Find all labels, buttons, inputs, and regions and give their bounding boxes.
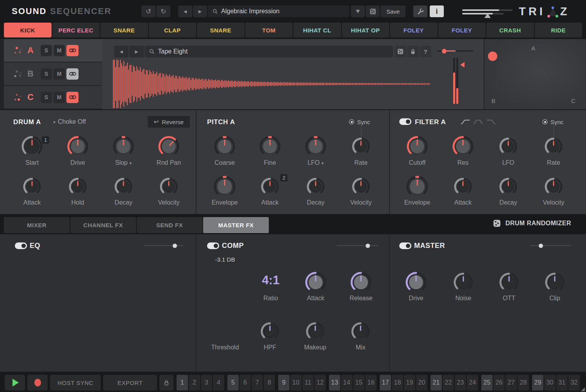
step-7[interactable]: 7 <box>252 375 263 390</box>
pitch-decay-knob[interactable] <box>307 178 325 197</box>
highpass-icon[interactable] <box>460 119 470 125</box>
layer-a-solo-button[interactable]: S <box>41 45 52 56</box>
fx-tab-master-fx[interactable]: MASTER FX <box>203 217 269 233</box>
start-knob[interactable] <box>21 136 43 159</box>
save-button[interactable]: Save <box>381 5 406 17</box>
step-14[interactable]: 14 <box>341 375 352 390</box>
step-28[interactable]: 28 <box>518 375 529 390</box>
step-27[interactable]: 27 <box>506 375 517 390</box>
step-18[interactable]: 18 <box>392 375 403 390</box>
master-noise-knob[interactable] <box>454 273 473 294</box>
step-10[interactable]: 10 <box>290 375 302 390</box>
drum-hold-knob[interactable] <box>69 178 87 197</box>
slop-label[interactable]: Slop ▾ <box>115 159 132 166</box>
tab-crash[interactable]: CRASH <box>486 23 534 37</box>
layer-c-link-button[interactable] <box>66 92 79 103</box>
step-23[interactable]: 23 <box>455 375 466 390</box>
favorite-button[interactable]: ♥ <box>351 5 365 17</box>
sample-search-input[interactable] <box>158 48 388 55</box>
step-13[interactable]: 13 <box>329 375 340 390</box>
choke-dropdown[interactable]: ▾Choke Off <box>53 118 86 125</box>
step-6[interactable]: 6 <box>239 375 251 390</box>
tab-hihat-op[interactable]: HIHAT OP <box>342 23 389 37</box>
output-fader-icon[interactable] <box>462 8 513 18</box>
step-1[interactable]: 1 <box>177 375 188 390</box>
step-4[interactable]: 4 <box>213 375 224 390</box>
pitch-rate-knob[interactable] <box>352 137 370 157</box>
tab-foley[interactable]: FOLEY <box>438 23 486 37</box>
tab-hihat-cl[interactable]: HIHAT CL <box>293 23 341 37</box>
tab-foley[interactable]: FOLEY <box>390 23 438 37</box>
step-16[interactable]: 16 <box>365 375 377 390</box>
record-button[interactable] <box>27 375 48 390</box>
redo-button[interactable]: ↻ <box>156 5 170 17</box>
undo-button[interactable]: ↺ <box>141 5 155 17</box>
tab-snare[interactable]: SNARE <box>197 23 245 37</box>
tab-perc-elec[interactable]: PERC ELEC <box>52 23 100 37</box>
filter-enable-toggle[interactable] <box>399 118 411 125</box>
layer-a-mute-button[interactable]: M <box>54 45 65 56</box>
export-button[interactable]: EXPORT <box>103 375 157 390</box>
coarse-knob[interactable] <box>214 136 235 159</box>
layer-b-mute-button[interactable]: M <box>54 68 65 80</box>
prev-sample-button[interactable]: ◀ <box>114 46 129 57</box>
master-mix-handle[interactable] <box>539 244 543 248</box>
step-20[interactable]: 20 <box>416 375 427 390</box>
step-17[interactable]: 17 <box>380 375 391 390</box>
reverse-button[interactable]: ↩Reverse <box>148 116 190 128</box>
fx-tab-channel-fx[interactable]: CHANNEL FX <box>70 217 136 233</box>
bandpass-icon[interactable] <box>473 119 483 125</box>
filter-sync-radio[interactable] <box>542 119 548 125</box>
drum-decay-knob[interactable] <box>114 178 132 197</box>
tab-kick[interactable]: KICK <box>4 23 52 37</box>
step-32[interactable]: 32 <box>568 375 580 390</box>
tab-snare[interactable]: SNARE <box>100 23 148 37</box>
step-15[interactable]: 15 <box>353 375 364 390</box>
eq-enable-toggle[interactable] <box>15 242 27 249</box>
master-ott-knob[interactable] <box>499 273 519 294</box>
pad-position-handle[interactable] <box>488 52 497 61</box>
master-drive-knob[interactable] <box>406 272 427 294</box>
fine-knob[interactable] <box>259 136 280 159</box>
comp-enable-toggle[interactable] <box>207 242 219 249</box>
step-9[interactable]: 9 <box>278 375 289 390</box>
fx-tab-mixer[interactable]: MIXER <box>4 217 70 233</box>
tab-clap[interactable]: CLAP <box>149 23 197 37</box>
step-8[interactable]: 8 <box>264 375 275 390</box>
layer-c-mute-button[interactable]: M <box>54 92 65 103</box>
preset-search-input[interactable] <box>221 8 345 15</box>
pitch-attack-knob[interactable] <box>261 178 279 197</box>
level-marker-icon[interactable] <box>460 62 465 68</box>
resize-handle[interactable] <box>581 387 585 391</box>
comp-attack-knob[interactable] <box>305 272 326 294</box>
prev-preset-button[interactable]: ◀ <box>178 5 192 17</box>
pattern-lock-button[interactable] <box>159 375 173 390</box>
info-button[interactable]: i <box>430 5 444 17</box>
step-31[interactable]: 31 <box>556 375 568 390</box>
master-clip-knob[interactable] <box>545 273 565 294</box>
tab-tom[interactable]: TOM <box>245 23 293 37</box>
sample-randomize-button[interactable] <box>395 46 406 57</box>
step-24[interactable]: 24 <box>467 375 478 390</box>
settings-button[interactable] <box>413 5 427 17</box>
pitch-lfo-label[interactable]: LFO ▾ <box>307 159 324 166</box>
layer-blend-pad[interactable]: A B C <box>484 39 586 109</box>
pitch-lfo-knob[interactable] <box>305 136 326 159</box>
step-22[interactable]: 22 <box>443 375 454 390</box>
pitch-sync-radio[interactable] <box>349 119 354 125</box>
tab-ride[interactable]: RIDE <box>535 23 582 37</box>
comp-hpf-knob[interactable] <box>261 322 279 342</box>
pan-slider-handle[interactable] <box>442 49 447 53</box>
comp-mix-knob[interactable] <box>351 322 370 342</box>
host-sync-button[interactable]: HOST SYNC <box>50 375 101 390</box>
step-12[interactable]: 12 <box>314 375 326 390</box>
step-2[interactable]: 2 <box>189 375 200 390</box>
step-21[interactable]: 21 <box>431 375 442 390</box>
drive-knob[interactable] <box>67 136 88 159</box>
fx-tab-send-fx[interactable]: SEND FX <box>137 217 202 233</box>
drum-attack-knob[interactable] <box>23 178 41 197</box>
app-title-sequencer[interactable]: SEQUENCER <box>50 6 111 16</box>
layer-a-link-button[interactable] <box>66 45 79 56</box>
filter-attack-knob[interactable] <box>454 178 472 197</box>
pitch-velocity-knob[interactable] <box>352 178 370 197</box>
